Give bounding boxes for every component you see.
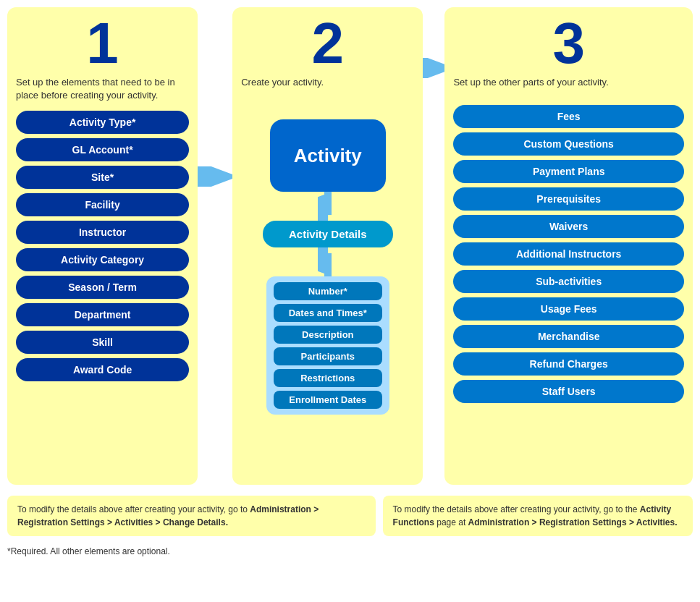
step-1-number: 1 <box>86 14 119 72</box>
arrow-right-icon <box>198 166 232 187</box>
list-item: Site* <box>16 166 189 189</box>
sub-item: Number* <box>274 282 382 300</box>
step-3-number: 3 <box>552 14 585 72</box>
list-item: Custom Questions <box>453 132 684 156</box>
list-item: Refund Charges <box>453 352 684 376</box>
step-2-diagram: Activity Activity Details <box>241 98 414 415</box>
note-left: To modify the details above after creati… <box>7 496 376 536</box>
list-item: Season / Term <box>16 276 189 299</box>
step-2-desc: Create your activity. <box>241 76 414 89</box>
step-1-column: 1 Set up the elements that need to be in… <box>7 7 198 485</box>
note-left-text: To modify the details above after creati… <box>17 504 250 514</box>
note-right-bold2: Administration > Registration Settings >… <box>468 517 678 527</box>
list-item: Usage Fees <box>453 297 684 321</box>
bottom-notes: To modify the details above after creati… <box>7 496 693 536</box>
step-2-column: 2 Create your activity. Activity <box>232 7 423 485</box>
sub-item: Description <box>274 326 382 344</box>
arrow-col-2-3 <box>423 7 444 78</box>
arrow-down-to-details-icon <box>318 192 338 221</box>
step-1-desc: Set up the elements that need to be in p… <box>16 76 189 102</box>
main-container: 1 Set up the elements that need to be in… <box>7 7 693 559</box>
step-3-list: Fees Custom Questions Payment Plans Prer… <box>453 105 684 403</box>
note-right-mid: page at <box>434 517 468 527</box>
activity-details-label: Activity Details <box>289 228 367 240</box>
step-3-column: 3 Set up the other parts of your activit… <box>444 7 693 485</box>
list-item: Activity Type* <box>16 111 189 134</box>
diagram-area: 1 Set up the elements that need to be in… <box>7 7 693 485</box>
list-item: Payment Plans <box>453 160 684 183</box>
list-item: GL Account* <box>16 138 189 161</box>
arrow-up-from-subitems-icon <box>318 247 338 276</box>
arrow-right-2-icon <box>420 58 447 78</box>
sub-items-box: Number* Dates and Times* Description Par… <box>266 276 389 415</box>
sub-item: Enrollment Dates <box>274 391 382 409</box>
footnote: *Required. All other elements are option… <box>7 543 693 559</box>
list-item: Merchandise <box>453 325 684 348</box>
step-1-list: Activity Type* GL Account* Site* Facilit… <box>16 111 189 381</box>
list-item: Fees <box>453 105 684 128</box>
step-3-desc: Set up the other parts of your activity. <box>453 76 684 89</box>
list-item: Additional Instructors <box>453 242 684 266</box>
list-item: Sub-activities <box>453 270 684 293</box>
activity-box: Activity <box>270 119 386 192</box>
list-item: Facility <box>16 193 189 216</box>
arrow-col-1-2 <box>198 7 232 187</box>
list-item: Instructor <box>16 221 189 244</box>
activity-label: Activity <box>294 145 362 167</box>
list-item: Prerequisites <box>453 187 684 211</box>
list-item: Activity Category <box>16 248 189 271</box>
list-item: Waivers <box>453 215 684 238</box>
list-item: Department <box>16 303 189 326</box>
list-item: Award Code <box>16 358 189 381</box>
list-item: Staff Users <box>453 380 684 403</box>
note-right-text: To modify the details above after creati… <box>393 504 640 514</box>
note-right: To modify the details above after creati… <box>383 496 693 536</box>
sub-item: Dates and Times* <box>274 304 382 322</box>
sub-item: Restrictions <box>274 369 382 387</box>
list-item: Skill <box>16 331 189 354</box>
sub-item: Participants <box>274 347 382 365</box>
step-2-number: 2 <box>312 14 345 72</box>
activity-details-box: Activity Details <box>263 221 393 247</box>
